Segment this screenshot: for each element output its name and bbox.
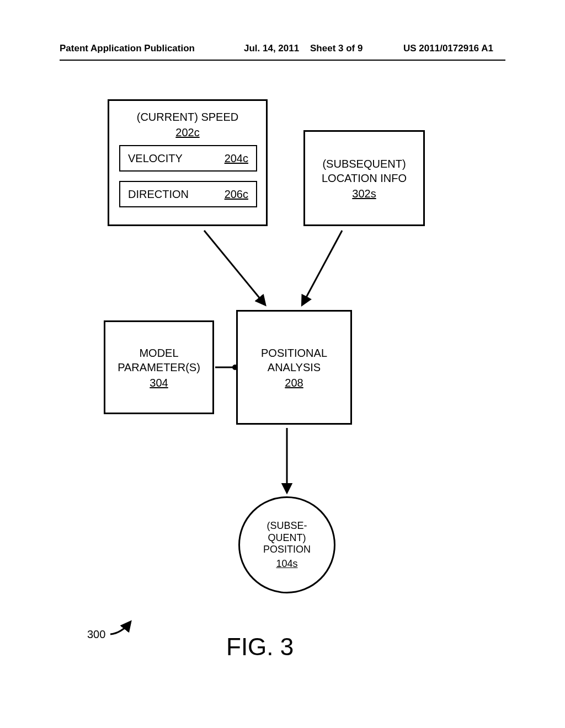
header-sheet: Sheet 3 of 9 <box>310 43 363 54</box>
speed-ref: 202c <box>175 126 199 139</box>
position-oval: (SUBSE- QUENT) POSITION 104s <box>238 496 335 593</box>
model-title-2: PARAMETER(S) <box>118 360 200 374</box>
model-ref: 304 <box>150 377 168 389</box>
position-line3: POSITION <box>263 544 311 556</box>
location-title-1: (SUBSEQUENT) <box>322 157 406 171</box>
page-header: Patent Application Publication Jul. 14, … <box>0 43 565 60</box>
model-title-1: MODEL <box>139 346 178 360</box>
model-params-box: MODEL PARAMETER(S) 304 <box>104 320 214 414</box>
header-date: Jul. 14, 2011 <box>244 43 299 54</box>
direction-ref: 206c <box>225 188 248 201</box>
location-title-2: LOCATION INFO <box>322 171 407 185</box>
figure-caption: FIG. 3 <box>226 633 294 661</box>
svg-line-2 <box>302 231 342 304</box>
speed-title: (CURRENT) SPEED <box>137 110 238 124</box>
location-ref: 302s <box>352 188 376 200</box>
svg-line-1 <box>204 231 265 304</box>
velocity-box: VELOCITY 204c <box>119 145 257 172</box>
direction-box: DIRECTION 206c <box>119 181 257 207</box>
position-line2: QUENT) <box>268 532 306 544</box>
position-ref: 104s <box>276 558 297 570</box>
header-pub-type: Patent Application Publication <box>60 43 195 54</box>
positional-analysis-box: POSITIONAL ANALYSIS 208 <box>236 310 352 425</box>
header-pub-number: US 2011/0172916 A1 <box>403 43 493 54</box>
figure-number: 300 <box>87 628 105 641</box>
direction-label: DIRECTION <box>128 188 189 201</box>
velocity-label: VELOCITY <box>128 152 183 165</box>
position-line1: (SUBSE- <box>266 520 307 532</box>
velocity-ref: 204c <box>225 152 248 165</box>
analysis-title-1: POSITIONAL <box>261 346 327 360</box>
analysis-title-2: ANALYSIS <box>268 360 321 374</box>
analysis-ref: 208 <box>285 377 303 389</box>
current-speed-box: (CURRENT) SPEED 202c VELOCITY 204c DIREC… <box>108 99 268 226</box>
location-info-box: (SUBSEQUENT) LOCATION INFO 302s <box>303 130 425 226</box>
header-rule <box>60 60 505 61</box>
